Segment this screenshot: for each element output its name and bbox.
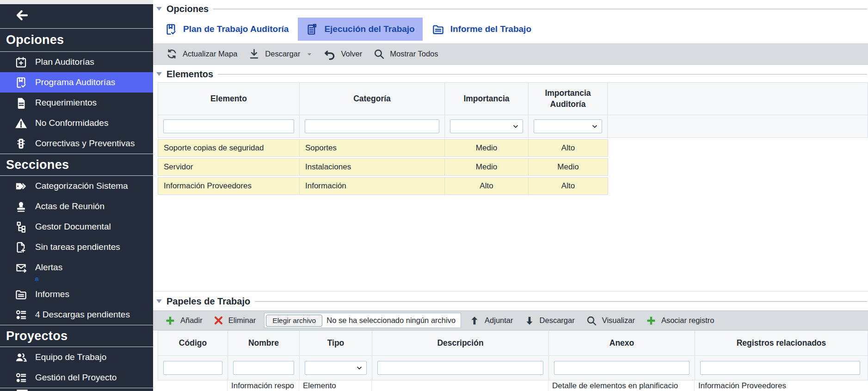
- tab-plan-de-trabajo[interactable]: Plan de Trabajo Auditoría: [157, 18, 296, 41]
- button-label: Añadir: [180, 316, 203, 325]
- view-button[interactable]: Visualizar: [580, 315, 640, 326]
- sidebar-item-sin-tareas-pendientes[interactable]: Sin tareas pendientes: [0, 237, 153, 257]
- registros-filter-input[interactable]: [700, 361, 860, 375]
- anexo-filter-input[interactable]: [554, 361, 689, 375]
- app-window: Opciones Plan Auditorías Programa Audito…: [0, 0, 868, 391]
- sidebar-item-categorizacion-sistema[interactable]: Categorización Sistema: [0, 176, 153, 196]
- sidebar-divider: [0, 388, 153, 388]
- cell-elemento: Información Proveedores: [158, 178, 300, 194]
- sidebar-item-informes[interactable]: Informes: [0, 284, 153, 304]
- checklist-icon: [15, 309, 27, 321]
- sidebar-item-alertas[interactable]: Alertas: [0, 257, 153, 278]
- back-arrow-icon[interactable]: [15, 8, 29, 24]
- cell-categoria: Soportes: [300, 140, 445, 156]
- search-icon: [373, 48, 385, 60]
- column-header-nombre: Nombre: [228, 331, 300, 355]
- arrow-down-icon: [524, 316, 535, 326]
- collapse-triangle-icon[interactable]: [156, 299, 162, 303]
- collapse-triangle-icon[interactable]: [156, 7, 162, 11]
- table-row[interactable]: Servidor Instalaciones Medio Medio: [158, 158, 608, 176]
- importancia-filter-select[interactable]: [450, 119, 523, 133]
- sidebar: Opciones Plan Auditorías Programa Audito…: [0, 0, 153, 391]
- column-header-descripcion: Descripción: [372, 331, 549, 355]
- undo-icon: [324, 48, 336, 60]
- header-filler: [608, 83, 868, 115]
- column-header-importancia-auditoria: Importancia Auditoría: [529, 83, 608, 115]
- file-status-text: No se ha seleccionado ningún archivo: [326, 316, 459, 325]
- column-header-anexo: Anexo: [549, 331, 695, 355]
- form-icon: [306, 23, 318, 36]
- codigo-filter-input[interactable]: [163, 361, 222, 375]
- delete-button[interactable]: Eliminar: [208, 316, 262, 325]
- tab-informe-del-trabajo[interactable]: Informe del Trabajo: [424, 18, 539, 41]
- sidebar-item-actas-reunion[interactable]: Actas de Reunión: [0, 196, 153, 217]
- tipo-filter-select[interactable]: [305, 361, 367, 375]
- table-row[interactable]: Información respo Elemento Detalle de el…: [158, 380, 868, 391]
- column-header-categoria: Categoría: [300, 83, 445, 115]
- sidebar-item-correctivas-preventivas[interactable]: Correctivas y Preventivas: [0, 133, 153, 154]
- sidebar-item-label: Correctivas y Preventivas: [35, 138, 135, 149]
- link-record-button[interactable]: Asociar registro: [640, 316, 720, 326]
- attach-button[interactable]: Adjuntar: [464, 316, 518, 326]
- show-all-button[interactable]: Mostrar Todos: [368, 48, 443, 60]
- button-label: Visualizar: [602, 316, 635, 325]
- filter-filler: [608, 115, 868, 137]
- stamp-icon: [15, 200, 27, 213]
- descripcion-filter-input[interactable]: [377, 361, 543, 375]
- nombre-filter-input[interactable]: [233, 361, 294, 375]
- mail-forward-icon: [15, 261, 27, 274]
- sidebar-section-title: Opciones: [0, 29, 153, 52]
- alertas-bell-row: [0, 278, 153, 284]
- sidebar-back-row: [0, 4, 153, 29]
- button-label: Descargar: [265, 50, 300, 58]
- collapse-triangle-icon[interactable]: [156, 72, 162, 76]
- sidebar-item-equipo-trabajo[interactable]: Equipo de Trabajo: [0, 347, 153, 367]
- sidebar-item-label: Programa Auditorías: [35, 77, 115, 87]
- categoria-filter-input[interactable]: [305, 119, 439, 133]
- sidebar-item-label: No Conformidades: [35, 118, 108, 128]
- button-label: Eliminar: [228, 316, 256, 325]
- plus-icon: [165, 316, 175, 326]
- sidebar-item-requerimientos[interactable]: Requerimientos: [0, 93, 153, 113]
- sidebar-item-plan-auditorias[interactable]: Plan Auditorías: [0, 52, 153, 72]
- table-row[interactable]: Información Proveedores Información Alto…: [158, 177, 608, 195]
- page-plus-icon: [15, 241, 27, 254]
- button-label: Descargar: [540, 316, 575, 325]
- tab-ejecucion-del-trabajo[interactable]: Ejecución del Trabajo: [298, 18, 422, 41]
- book-check-icon: [165, 23, 177, 36]
- chevron-down-icon: [356, 364, 363, 372]
- sidebar-item-no-conformidades[interactable]: No Conformidades: [0, 113, 153, 133]
- papeles-section-header: Papeles de Trabajo: [156, 295, 868, 308]
- chevron-down-icon[interactable]: [306, 51, 313, 57]
- download-file-button[interactable]: Descargar: [519, 316, 580, 326]
- cell-tipo: Elemento: [299, 380, 372, 391]
- refresh-map-button[interactable]: Actualizar Mapa: [160, 48, 243, 60]
- sidebar-item-programa-auditorias[interactable]: Programa Auditorías: [0, 72, 153, 93]
- cell-categoria: Instalaciones: [300, 159, 445, 175]
- button-label: Asociar registro: [661, 316, 714, 325]
- download-button[interactable]: Descargar: [243, 48, 318, 60]
- bell-badge-icon: [33, 277, 40, 284]
- cell-categoria: Información: [300, 178, 445, 194]
- add-button[interactable]: Añadir: [160, 316, 208, 326]
- section-rule: [218, 74, 867, 74]
- sidebar-item-descargas-pendientes[interactable]: 4 Descargas pendientes: [0, 304, 153, 325]
- elementos-section-header: Elementos: [156, 68, 868, 81]
- importancia-auditoria-filter-select[interactable]: [534, 119, 602, 133]
- cell-anexo: Detalle de elementos en planificacio: [548, 380, 695, 391]
- people-icon: [15, 351, 27, 364]
- table-row[interactable]: Soporte copias de seguridad Soportes Med…: [158, 139, 608, 157]
- sidebar-item-label: Equipo de Trabajo: [35, 352, 106, 362]
- section-divider: [153, 291, 868, 292]
- download-icon: [248, 48, 260, 60]
- back-button[interactable]: Volver: [318, 48, 368, 60]
- sidebar-item-gestor-documental[interactable]: Gestor Documental: [0, 217, 153, 237]
- traffic-light-icon: [15, 137, 27, 150]
- sidebar-item-gestion-proyecto[interactable]: Gestión del Proyecto: [0, 367, 153, 388]
- cell-descripcion: [372, 380, 548, 391]
- elemento-filter-input[interactable]: [163, 119, 294, 133]
- choose-file-button[interactable]: Elegir archivo: [266, 315, 322, 327]
- elementos-table-head: Elemento Categoría Importancia Importanc…: [158, 82, 868, 138]
- section-title: Opciones: [166, 4, 209, 14]
- folder-lines-icon: [15, 288, 27, 301]
